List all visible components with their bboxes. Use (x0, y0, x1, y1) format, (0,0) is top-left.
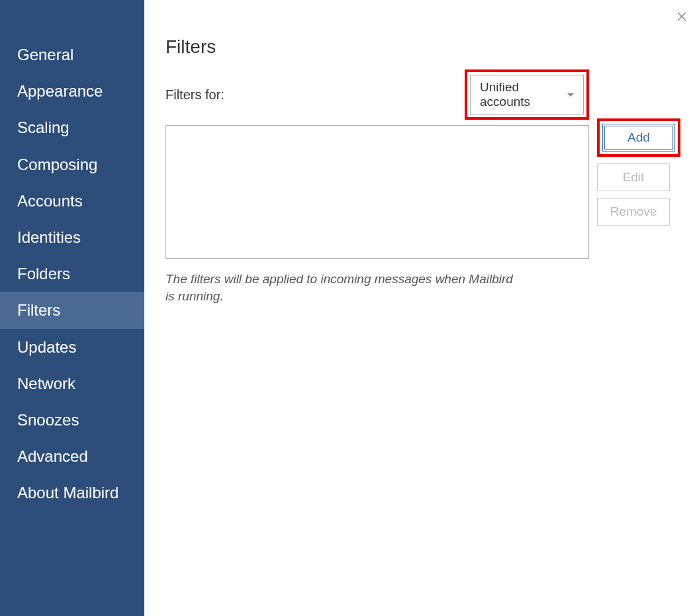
account-dropdown[interactable]: Unified accounts (470, 75, 584, 114)
sidebar-item-folders[interactable]: Folders (0, 255, 144, 292)
filter-actions: Add Edit Remove (597, 125, 680, 259)
filters-for-row: Filters for: Unified accounts (165, 69, 589, 120)
dropdown-value: Unified accounts (480, 80, 562, 109)
filters-content-row: Add Edit Remove (165, 125, 680, 259)
sidebar-item-identities[interactable]: Identities (0, 219, 144, 255)
filters-listbox[interactable] (165, 125, 589, 259)
remove-button[interactable]: Remove (597, 198, 670, 226)
sidebar-item-about-mailbird[interactable]: About Mailbird (0, 474, 144, 511)
add-button-highlight: Add (597, 118, 680, 157)
sidebar-item-scaling[interactable]: Scaling (0, 109, 144, 146)
filters-for-label: Filters for: (165, 87, 224, 103)
help-text: The filters will be applied to incoming … (165, 271, 523, 304)
close-icon (676, 11, 687, 22)
close-button[interactable] (675, 10, 688, 23)
dropdown-highlight: Unified accounts (465, 69, 589, 120)
settings-sidebar: General Appearance Scaling Composing Acc… (0, 0, 144, 616)
sidebar-item-network[interactable]: Network (0, 365, 144, 402)
main-panel: Filters Filters for: Unified accounts Ad… (144, 0, 695, 616)
page-title: Filters (165, 36, 680, 58)
sidebar-item-accounts[interactable]: Accounts (0, 183, 144, 219)
add-button[interactable]: Add (602, 124, 675, 152)
sidebar-item-general[interactable]: General (0, 36, 144, 73)
sidebar-item-updates[interactable]: Updates (0, 329, 144, 365)
edit-button[interactable]: Edit (597, 163, 670, 191)
chevron-down-icon (567, 93, 574, 97)
sidebar-item-composing[interactable]: Composing (0, 146, 144, 183)
sidebar-item-advanced[interactable]: Advanced (0, 438, 144, 474)
sidebar-item-snoozes[interactable]: Snoozes (0, 402, 144, 438)
sidebar-item-filters[interactable]: Filters (0, 292, 144, 328)
sidebar-item-appearance[interactable]: Appearance (0, 73, 144, 109)
